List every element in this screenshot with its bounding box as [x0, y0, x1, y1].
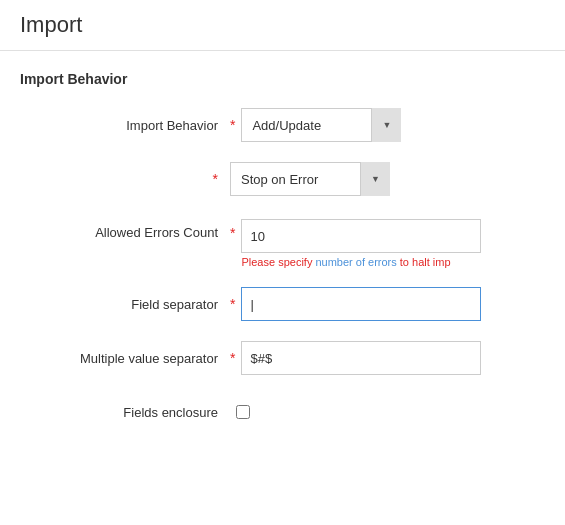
import-behavior-section: Import Behavior Import Behavior * Add/Up…	[0, 51, 565, 468]
field-separator-label: Field separator	[20, 297, 230, 312]
import-behavior-select-wrapper: Add/Update Replace Delete	[241, 108, 401, 142]
on-error-spacer: *	[20, 171, 230, 187]
import-behavior-required: *	[230, 117, 235, 133]
multiple-value-separator-required: *	[230, 350, 235, 366]
on-error-required: *	[213, 171, 218, 187]
allowed-errors-hint: Please specify number of errors to halt …	[241, 256, 481, 268]
fields-enclosure-label: Fields enclosure	[20, 405, 230, 420]
fields-enclosure-control	[236, 405, 545, 419]
multiple-value-separator-control	[241, 341, 545, 375]
import-behavior-control: Add/Update Replace Delete	[241, 108, 545, 142]
allowed-errors-required: *	[230, 219, 235, 241]
section-title: Import Behavior	[20, 71, 545, 87]
fields-enclosure-checkbox[interactable]	[236, 405, 250, 419]
allowed-errors-row: Allowed Errors Count * Please specify nu…	[20, 215, 545, 268]
import-behavior-select[interactable]: Add/Update Replace Delete	[241, 108, 401, 142]
on-error-select[interactable]: Stop on Error Skip Errors	[230, 162, 390, 196]
on-error-select-wrapper: Stop on Error Skip Errors	[230, 162, 390, 196]
import-behavior-row: Import Behavior * Add/Update Replace Del…	[20, 107, 545, 143]
field-separator-required: *	[230, 296, 235, 312]
allowed-errors-block: Please specify number of errors to halt …	[241, 219, 481, 268]
page-header: Import	[0, 0, 565, 51]
multiple-value-separator-label: Multiple value separator	[20, 351, 230, 366]
field-separator-control	[241, 287, 545, 321]
on-error-row: * Stop on Error Skip Errors	[20, 161, 545, 197]
on-error-control: Stop on Error Skip Errors	[230, 162, 545, 196]
hint-link: number of errors	[315, 256, 396, 268]
page-title: Import	[20, 12, 545, 38]
allowed-errors-label: Allowed Errors Count	[20, 219, 230, 240]
allowed-errors-input[interactable]	[241, 219, 481, 253]
multiple-value-separator-input[interactable]	[241, 341, 481, 375]
allowed-errors-control: Please specify number of errors to halt …	[241, 219, 545, 268]
import-behavior-label: Import Behavior	[20, 118, 230, 133]
field-separator-input[interactable]	[241, 287, 481, 321]
field-separator-row: Field separator *	[20, 286, 545, 322]
fields-enclosure-row: Fields enclosure	[20, 394, 545, 430]
multiple-value-separator-row: Multiple value separator *	[20, 340, 545, 376]
